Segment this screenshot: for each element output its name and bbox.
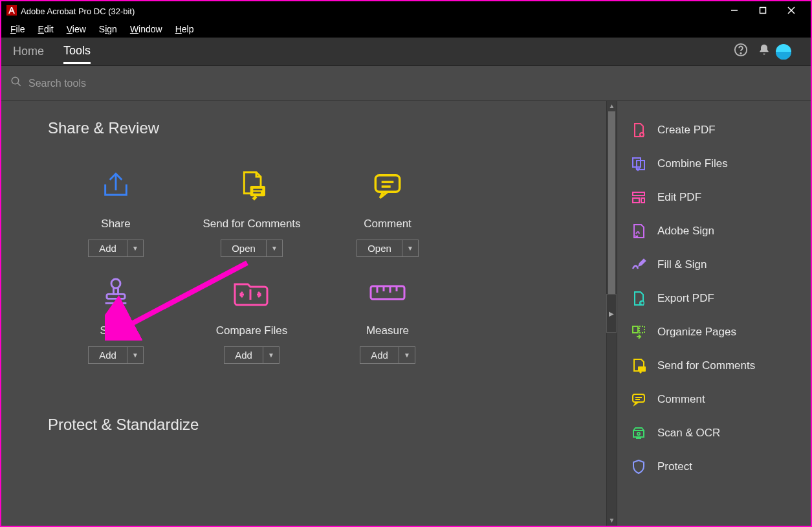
menu-edit[interactable]: Edit — [32, 23, 60, 36]
tool-send-comments-caret[interactable]: ▼ — [266, 240, 283, 257]
stamp-icon — [98, 270, 134, 315]
rail-combine-files[interactable]: Combine Files — [630, 155, 798, 172]
tool-compare-files[interactable]: Compare Files Add ▼ — [184, 270, 320, 364]
rail-edit-pdf-label: Edit PDF — [657, 191, 701, 204]
section-share-review-title: Share & Review — [48, 119, 578, 137]
send-for-comments-rail-icon — [630, 357, 647, 374]
tab-home[interactable]: Home — [13, 39, 44, 63]
tool-send-comments-label: Send for Comments — [203, 218, 300, 230]
search-input[interactable] — [28, 78, 802, 89]
tool-compare-files-action[interactable]: Add — [224, 346, 263, 364]
fill-sign-icon — [630, 256, 647, 273]
svg-rect-34 — [638, 366, 646, 372]
svg-rect-28 — [633, 192, 644, 196]
tool-measure-label: Measure — [366, 324, 409, 337]
account-avatar[interactable] — [776, 44, 799, 60]
svg-rect-9 — [250, 186, 265, 196]
tool-send-comments-action[interactable]: Open — [221, 240, 266, 257]
tool-comment[interactable]: Comment Open ▼ — [320, 163, 455, 257]
tool-stamp-label: Stamp — [100, 324, 131, 337]
svg-point-39 — [637, 432, 640, 435]
rail-fill-sign[interactable]: Fill & Sign — [630, 256, 798, 273]
rail-scan-ocr[interactable]: Scan & OCR — [630, 425, 798, 442]
svg-rect-32 — [633, 326, 638, 333]
create-pdf-icon — [630, 122, 647, 139]
tool-send-comments[interactable]: Send for Comments Open ▼ — [184, 163, 320, 257]
comment-icon — [369, 163, 406, 208]
shortcuts-rail: Create PDF Combine Files Edit PDF Adobe … — [617, 101, 811, 526]
export-pdf-icon — [630, 290, 647, 307]
notifications-icon[interactable] — [752, 43, 776, 60]
close-button[interactable] — [777, 6, 806, 16]
minimize-button[interactable] — [720, 6, 749, 16]
svg-point-6 — [740, 53, 741, 54]
tool-share[interactable]: Share Add ▼ — [48, 163, 184, 257]
menubar: File Edit View Sign Window Help — [1, 21, 811, 38]
tool-comment-label: Comment — [364, 218, 411, 230]
tab-tools[interactable]: Tools — [63, 39, 91, 64]
svg-rect-2 — [760, 8, 766, 14]
menu-view[interactable]: View — [60, 23, 93, 36]
rail-organize-pages[interactable]: Organize Pages — [630, 324, 798, 341]
menu-sign[interactable]: Sign — [93, 23, 124, 36]
organize-pages-icon — [630, 324, 647, 341]
tool-measure-action[interactable]: Add — [360, 346, 399, 364]
rail-comment[interactable]: Comment — [630, 391, 798, 408]
rail-export-pdf-label: Export PDF — [657, 292, 714, 305]
avatar[interactable] — [776, 44, 791, 60]
tool-comment-caret[interactable]: ▼ — [402, 240, 419, 257]
svg-rect-19 — [371, 286, 404, 299]
scan-ocr-icon — [630, 425, 647, 442]
titlebar: Adobe Acrobat Pro DC (32-bit) — [1, 1, 811, 21]
rail-create-pdf-label: Create PDF — [657, 124, 716, 137]
rail-send-for-comments[interactable]: Send for Comments — [630, 357, 798, 374]
rail-combine-files-label: Combine Files — [657, 157, 728, 170]
svg-point-7 — [12, 77, 19, 84]
tool-stamp[interactable]: Stamp Add ▼ — [48, 270, 184, 364]
adobe-sign-icon — [630, 223, 647, 240]
tool-compare-files-caret[interactable]: ▼ — [263, 346, 280, 364]
tool-measure-caret[interactable]: ▼ — [399, 346, 415, 364]
compare-files-icon — [231, 270, 272, 315]
measure-icon — [367, 270, 408, 315]
rail-create-pdf[interactable]: Create PDF — [630, 122, 798, 139]
tool-share-caret[interactable]: ▼ — [127, 240, 144, 257]
comment-rail-icon — [630, 391, 647, 408]
searchbar — [1, 66, 811, 101]
rail-edit-pdf[interactable]: Edit PDF — [630, 189, 798, 206]
tool-compare-files-label: Compare Files — [216, 324, 288, 337]
protect-icon — [630, 458, 647, 475]
svg-rect-0 — [6, 5, 17, 16]
svg-rect-16 — [107, 294, 125, 298]
scroll-down-arrow[interactable]: ▼ — [607, 515, 617, 526]
menu-window[interactable]: Window — [124, 23, 169, 36]
edit-pdf-icon — [630, 189, 647, 206]
rail-adobe-sign[interactable]: Adobe Sign — [630, 223, 798, 240]
maximize-button[interactable] — [749, 6, 777, 16]
svg-rect-30 — [641, 198, 644, 203]
app-icon — [6, 5, 17, 17]
menu-help[interactable]: Help — [169, 23, 201, 36]
tool-share-action[interactable]: Add — [88, 240, 127, 257]
tool-comment-action[interactable]: Open — [357, 240, 402, 257]
share-icon — [98, 163, 134, 208]
tool-stamp-caret[interactable]: ▼ — [127, 346, 144, 364]
rail-adobe-sign-label: Adobe Sign — [657, 225, 714, 238]
search-icon — [10, 76, 22, 91]
help-icon[interactable] — [729, 43, 752, 60]
tool-measure[interactable]: Measure Add ▼ — [320, 270, 455, 364]
tool-stamp-action[interactable]: Add — [88, 346, 127, 364]
svg-rect-38 — [633, 431, 644, 437]
rail-export-pdf[interactable]: Export PDF — [630, 290, 798, 307]
rail-send-for-comments-label: Send for Comments — [657, 359, 755, 372]
svg-rect-29 — [633, 198, 639, 203]
rail-comment-label: Comment — [657, 393, 705, 406]
scroll-up-arrow[interactable]: ▲ — [607, 101, 617, 111]
right-panel-collapse[interactable]: ▶ — [606, 294, 617, 333]
window-title: Adobe Acrobat Pro DC (32-bit) — [21, 6, 720, 16]
send-comments-icon — [234, 163, 270, 208]
section-protect-title: Protect & Standardize — [48, 416, 578, 434]
menu-file[interactable]: File — [4, 23, 32, 36]
rail-protect[interactable]: Protect — [630, 458, 798, 475]
svg-rect-33 — [639, 326, 644, 333]
